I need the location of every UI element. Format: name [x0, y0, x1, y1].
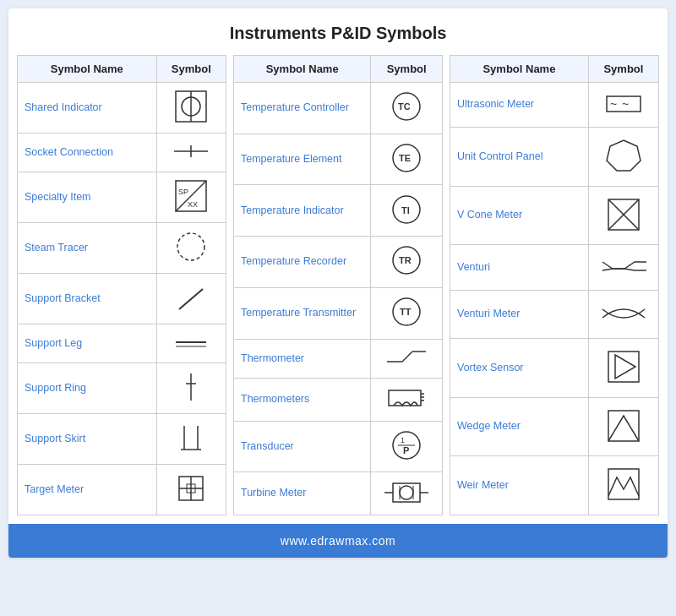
- name-cell: Support Ring: [18, 363, 157, 414]
- symbol-cell: [156, 274, 226, 324]
- name-cell: Temperature Indicator: [234, 185, 371, 237]
- table-row: Specialty Item SP XX: [18, 172, 226, 223]
- name-cell: Vortex Sensor: [450, 339, 589, 398]
- name-cell: Support Skirt: [18, 414, 157, 465]
- tr-icon: TR: [388, 242, 425, 279]
- v-cone-meter-icon: [605, 196, 642, 233]
- svg-text:TR: TR: [399, 255, 412, 265]
- name-cell: Shared Indicator: [18, 83, 157, 134]
- symbol-cell: SP XX: [156, 172, 226, 223]
- table-row: Support Leg: [18, 324, 226, 363]
- table-1: Symbol Name Symbol Shared Indicator: [17, 55, 226, 515]
- name-cell: Temperature Element: [234, 134, 371, 185]
- symbol-cell: [156, 223, 226, 274]
- symbol-cell: 1 P: [371, 421, 443, 472]
- venturi-meter-icon: [601, 299, 646, 328]
- table-row: Steam Tracer: [18, 223, 226, 274]
- specialty-item-icon: SP XX: [172, 177, 210, 215]
- svg-text:TT: TT: [400, 307, 412, 317]
- tables-row: Symbol Name Symbol Shared Indicator: [8, 55, 668, 524]
- table-row: Support Skirt: [18, 414, 226, 465]
- symbol-cell: [588, 339, 658, 398]
- name-cell: Venturi: [450, 245, 589, 290]
- symbol-cell: TT: [371, 287, 443, 339]
- table2-header-name: Symbol Name: [234, 56, 371, 83]
- name-cell: Temperature Controller: [234, 83, 371, 134]
- symbol-cell: [156, 134, 226, 172]
- symbol-cell: [156, 414, 226, 465]
- table-row: Weir Meter: [450, 456, 659, 515]
- unit-control-panel-icon: [605, 137, 642, 174]
- svg-line-10: [179, 289, 203, 309]
- name-cell: Wedge Meter: [450, 397, 589, 456]
- name-cell: Venturi Meter: [450, 290, 589, 339]
- name-cell: Target Meter: [18, 465, 157, 515]
- table-row: Thermometer: [234, 339, 443, 379]
- turbine-meter-icon: [383, 478, 430, 507]
- te-icon: TE: [388, 139, 425, 177]
- name-cell: Support Bracket: [18, 274, 157, 324]
- svg-text:~: ~: [610, 97, 617, 111]
- symbol-cell: [588, 245, 658, 290]
- page-title: Instruments P&ID Symbols: [8, 8, 668, 55]
- name-cell: Turbine Meter: [234, 472, 371, 515]
- name-cell: Specialty Item: [18, 172, 157, 223]
- name-cell: Ultrasonic Meter: [450, 83, 589, 128]
- table-row: Ultrasonic Meter ~ ~: [450, 83, 659, 128]
- footer: www.edrawmax.com: [8, 524, 668, 558]
- symbol-cell: [588, 290, 658, 339]
- ultrasonic-meter-icon: ~ ~: [605, 91, 642, 117]
- socket-connection-icon: [172, 139, 210, 164]
- symbol-cell: [371, 339, 443, 379]
- name-cell: Thermometer: [234, 339, 371, 379]
- symbol-cell: ~ ~: [588, 83, 658, 128]
- table3-header-name: Symbol Name: [450, 56, 589, 83]
- support-bracket-icon: [172, 279, 210, 316]
- table-row: Shared Indicator: [18, 83, 226, 134]
- svg-point-9: [177, 233, 204, 260]
- name-cell: Weir Meter: [450, 456, 589, 515]
- name-cell: Temperature Transmitter: [234, 287, 371, 339]
- symbol-cell: TC: [371, 83, 443, 134]
- table-row: Unit Control Panel: [450, 128, 659, 187]
- symbol-cell: [371, 472, 443, 515]
- name-cell: Support Leg: [18, 324, 157, 363]
- table-row: Venturi Meter: [450, 290, 659, 339]
- symbol-cell: [588, 397, 658, 456]
- table-row: Turbine Meter: [234, 472, 443, 515]
- shared-indicator-icon: [172, 88, 210, 125]
- steam-tracer-icon: [172, 228, 210, 265]
- support-ring-icon: [172, 368, 210, 406]
- table-2: Symbol Name Symbol Temperature Controlle…: [233, 55, 443, 515]
- venturi-icon: [601, 253, 646, 279]
- support-skirt-icon: [172, 419, 210, 456]
- table-row: Wedge Meter: [450, 397, 659, 456]
- symbol-cell: TI: [371, 185, 443, 237]
- weir-meter-icon: [605, 466, 642, 503]
- svg-marker-52: [607, 140, 641, 171]
- table-row: Support Ring: [18, 363, 226, 414]
- svg-text:SP: SP: [178, 188, 188, 196]
- svg-text:P: P: [403, 445, 409, 455]
- svg-text:~: ~: [622, 97, 629, 111]
- table-row: Temperature Indicator TI: [234, 185, 443, 237]
- table-row: Socket Connection: [18, 134, 226, 172]
- thermometer-icon: [385, 345, 428, 370]
- table1-header-name: Symbol Name: [18, 56, 157, 83]
- symbol-cell: [371, 379, 443, 422]
- table-row: Temperature Recorder TR: [234, 237, 443, 288]
- table-row: Temperature Transmitter TT: [234, 287, 443, 339]
- support-leg-icon: [172, 330, 210, 355]
- ti-icon: TI: [388, 191, 425, 228]
- table-row: Temperature Element TE: [234, 134, 443, 185]
- svg-text:1: 1: [401, 436, 405, 444]
- table-row: V Cone Meter: [450, 186, 659, 245]
- table-row: Vortex Sensor: [450, 339, 659, 398]
- svg-text:XX: XX: [188, 200, 198, 209]
- tt-icon: TT: [388, 293, 425, 330]
- name-cell: Transducer: [234, 421, 371, 472]
- name-cell: Unit Control Panel: [450, 128, 589, 187]
- symbol-cell: [156, 465, 226, 515]
- svg-text:TE: TE: [399, 153, 411, 163]
- vortex-sensor-icon: [605, 348, 642, 385]
